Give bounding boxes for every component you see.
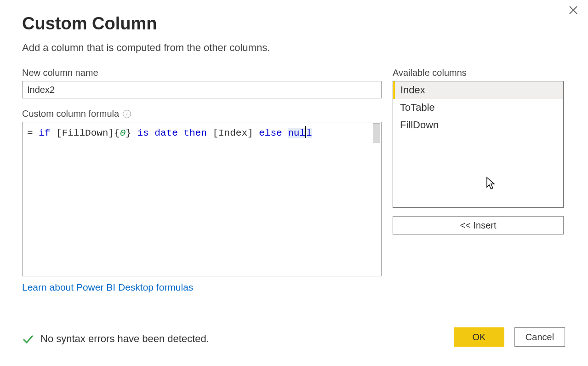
close-button[interactable] (567, 4, 580, 17)
close-icon (569, 6, 577, 14)
formula-editor[interactable]: = if [FillDown]{{0}0} is date then [Inde… (22, 122, 382, 276)
column-item-index[interactable]: Index (393, 81, 563, 99)
available-columns-list[interactable]: Index ToTable FillDown (393, 81, 564, 208)
status-text: No syntax errors have been detected. (40, 333, 209, 345)
ok-button[interactable]: OK (454, 327, 504, 347)
new-column-name-label: New column name (22, 68, 382, 78)
formula-label: Custom column formula (22, 109, 119, 119)
info-icon[interactable]: i (123, 110, 131, 118)
insert-button[interactable]: << Insert (393, 216, 564, 234)
learn-formulas-link[interactable]: Learn about Power BI Desktop formulas (22, 282, 193, 293)
check-icon (22, 333, 34, 345)
column-item-totable[interactable]: ToTable (393, 99, 563, 116)
scrollbar-thumb[interactable] (373, 123, 380, 143)
dialog-title: Custom Column (22, 14, 566, 34)
new-column-name-input[interactable] (22, 81, 382, 98)
dialog-subtitle: Add a column that is computed from the o… (22, 42, 566, 54)
available-columns-label: Available columns (393, 68, 564, 78)
column-item-filldown[interactable]: FillDown (393, 116, 563, 134)
cancel-button[interactable]: Cancel (514, 327, 565, 347)
